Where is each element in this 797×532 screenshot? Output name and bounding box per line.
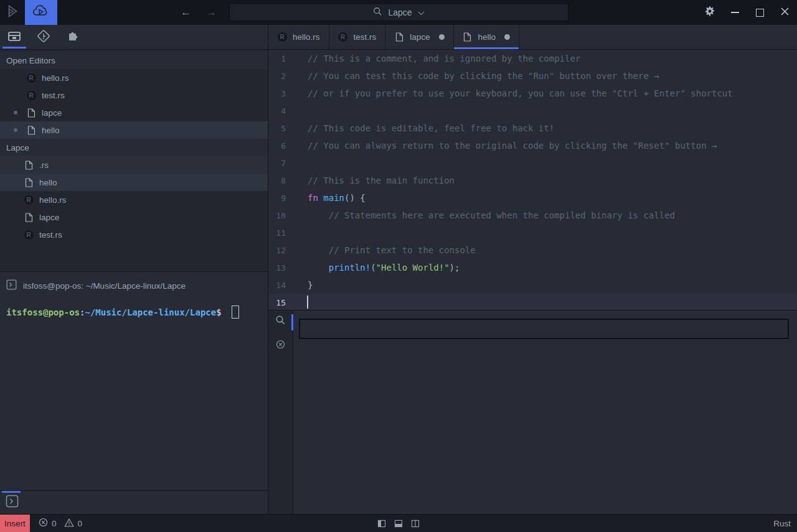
prompt-user: itsfoss@pop-os — [6, 307, 80, 317]
forward-button[interactable]: → — [206, 6, 217, 19]
editor-tab-lapce[interactable]: lapce — [385, 25, 453, 49]
rust-file-icon: R — [338, 32, 348, 42]
problems-panel-button[interactable] — [273, 338, 288, 353]
file-label: hello.rs — [42, 73, 69, 83]
workspace-header[interactable]: Lapce — [0, 139, 268, 156]
activity-item-explorer[interactable] — [5, 25, 24, 49]
line-number: 11 — [268, 228, 286, 238]
line-number: 10 — [268, 211, 286, 220]
diagnostics[interactable]: 0 0 — [39, 518, 86, 529]
open-editor-item-test.rs[interactable]: Rtest.rs — [0, 86, 268, 104]
open-editor-item-lapce[interactable]: lapce — [0, 104, 268, 121]
code-line-3[interactable]: 3// or if you prefer to use your keyboar… — [268, 85, 797, 102]
code-segment: // You can always return to the original… — [308, 141, 717, 151]
file-icon — [26, 126, 36, 135]
open-editor-item-hello.rs[interactable]: Rhello.rs — [0, 69, 268, 86]
minimize-button[interactable] — [722, 0, 747, 25]
editor-tab-test.rs[interactable]: Rtest.rs — [329, 25, 386, 49]
code-segment: // You can test this code by clicking th… — [308, 71, 659, 81]
editor-tab-hello[interactable]: hello — [454, 25, 520, 49]
tree-item-hello.rs[interactable]: Rhello.rs — [0, 191, 268, 208]
terminal-tab[interactable] — [5, 495, 19, 510]
tree-item-.rs[interactable]: .rs — [0, 156, 268, 174]
open-editors-header[interactable]: Open Editors — [0, 52, 268, 69]
code-text: // Statements here are executed when the… — [308, 210, 675, 220]
terminal-header[interactable]: itsfoss@pop-os: ~/Music/Lapce-linux/Lapc… — [6, 277, 268, 294]
dot-spacer — [14, 93, 17, 97]
chevron-down-icon — [418, 7, 425, 17]
app-menu-button[interactable] — [0, 0, 25, 25]
code-line-13[interactable]: 13 println!("Hello World!"); — [268, 259, 797, 276]
toggle-left-panel-icon[interactable] — [378, 520, 386, 528]
tab-label: test.rs — [354, 32, 377, 42]
code-line-1[interactable]: 1// This is a comment, and is ignored by… — [268, 50, 797, 67]
code-line-14[interactable]: 14} — [268, 276, 797, 294]
file-icon — [394, 32, 404, 42]
code-line-10[interactable]: 10 // Statements here are executed when … — [268, 207, 797, 224]
search-input[interactable] — [299, 319, 789, 339]
gear-icon — [704, 6, 715, 19]
circle-x-icon — [276, 340, 285, 352]
code-line-7[interactable]: 7 — [268, 154, 797, 172]
code-line-9[interactable]: 9fn main() { — [268, 189, 797, 207]
tree-item-lapce[interactable]: lapce — [0, 208, 268, 226]
code-segment: // This code is editable, feel free to h… — [308, 123, 554, 133]
mode-badge[interactable]: Insert — [0, 515, 30, 532]
remote-connection-button[interactable] — [25, 0, 57, 25]
terminal-tab-strip — [0, 490, 268, 514]
code-text: // or if you prefer to use your keyboard… — [308, 88, 733, 98]
error-count: 0 — [52, 519, 57, 528]
rust-file-icon: R — [24, 195, 34, 205]
line-number: 6 — [268, 141, 286, 151]
file-icon — [24, 213, 34, 222]
layout-toggles — [378, 520, 420, 528]
language-indicator[interactable]: Rust — [773, 519, 797, 528]
settings-button[interactable] — [697, 0, 722, 25]
code-segment: // This is a comment, and is ignored by … — [308, 54, 580, 63]
editor-caret — [307, 296, 308, 309]
file-icon — [24, 178, 34, 187]
code-line-8[interactable]: 8// This is the main function — [268, 172, 797, 189]
file-label: hello — [42, 126, 60, 135]
maximize-icon — [756, 9, 764, 17]
code-line-4[interactable]: 4 — [268, 102, 797, 119]
code-line-11[interactable]: 11 — [268, 224, 797, 241]
workspace-header-label: Lapce — [6, 143, 29, 152]
activity-item-plugins[interactable] — [64, 25, 82, 49]
code-line-2[interactable]: 2// You can test this code by clicking t… — [268, 67, 797, 85]
tree-item-hello[interactable]: hello — [0, 174, 268, 191]
terminal-panel[interactable]: itsfoss@pop-os: ~/Music/Lapce-linux/Lapc… — [0, 271, 268, 490]
file-explorer-panel: Open Editors Rhello.rsRtest.rslapcehello… — [0, 50, 268, 271]
palette-label: Lapce — [388, 7, 412, 17]
activity-item-source-control[interactable] — [34, 25, 53, 49]
code-segment: // Statements here are executed when the… — [308, 210, 675, 220]
toggle-bottom-panel-icon[interactable] — [395, 520, 403, 528]
prompt-separator: : — [80, 307, 85, 317]
lapce-window: ← → Lapce — [0, 0, 797, 532]
editor-zone: Rhello.rsRtest.rslapcehello 1// This is … — [268, 25, 797, 514]
code-line-15[interactable]: 15 — [268, 294, 797, 310]
command-palette-button[interactable]: Lapce — [229, 3, 568, 21]
tree-item-test.rs[interactable]: Rtest.rs — [0, 226, 268, 243]
close-button[interactable] — [772, 0, 797, 25]
toggle-right-panel-icon[interactable] — [412, 520, 420, 528]
window-controls — [697, 0, 797, 25]
code-line-12[interactable]: 12 // Print text to the console — [268, 241, 797, 259]
open-editor-item-hello[interactable]: hello — [0, 121, 268, 139]
code-segment: // Print text to the console — [308, 245, 476, 255]
back-button[interactable]: ← — [181, 6, 191, 19]
search-panel-button[interactable] — [273, 314, 288, 329]
code-editor[interactable]: 1// This is a comment, and is ignored by… — [268, 50, 797, 310]
titlebar: ← → Lapce — [0, 0, 797, 25]
editor-tab-hello.rs[interactable]: Rhello.rs — [268, 25, 329, 49]
code-text: // This code is editable, feel free to h… — [308, 123, 554, 133]
code-segment: ); — [450, 263, 460, 273]
rust-file-icon: R — [277, 32, 287, 42]
code-line-5[interactable]: 5// This code is editable, feel free to … — [268, 119, 797, 137]
line-number: 7 — [268, 159, 286, 168]
maximize-button[interactable] — [747, 0, 772, 25]
tab-label: lapce — [410, 32, 430, 42]
code-line-6[interactable]: 6// You can always return to the origina… — [268, 137, 797, 154]
code-text: } — [308, 280, 313, 290]
file-icon — [26, 108, 36, 118]
